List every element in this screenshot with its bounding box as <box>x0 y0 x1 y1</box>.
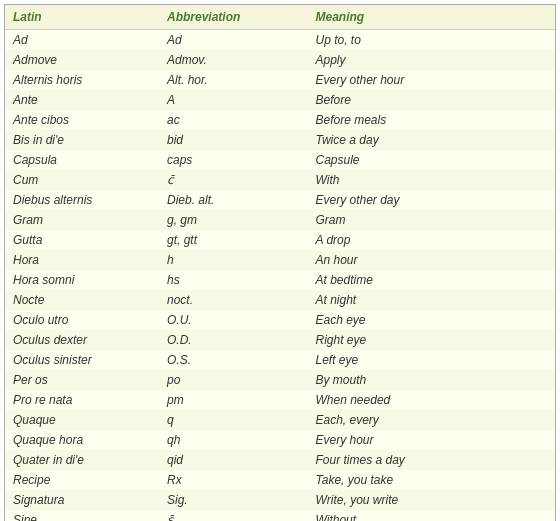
cell-r15-c0: Oculus dexter <box>5 330 159 350</box>
cell-r3-c0: Ante <box>5 90 159 110</box>
cell-r21-c1: qid <box>159 450 308 470</box>
cell-r0-c0: Ad <box>5 30 159 51</box>
cell-r6-c0: Capsula <box>5 150 159 170</box>
table-row: CapsulacapsCapsule <box>5 150 555 170</box>
table-row: QuaqueqEach, every <box>5 410 555 430</box>
cell-r10-c2: A drop <box>308 230 556 250</box>
header-abbreviation: Abbreviation <box>159 5 308 30</box>
cell-r0-c1: Ad <box>159 30 308 51</box>
table-row: Pro re natapmWhen needed <box>5 390 555 410</box>
cell-r15-c2: Right eye <box>308 330 556 350</box>
cell-r7-c0: Cum <box>5 170 159 190</box>
cell-r23-c1: Sig. <box>159 490 308 510</box>
table-row: AdmoveAdmov.Apply <box>5 50 555 70</box>
cell-r17-c2: By mouth <box>308 370 556 390</box>
cell-r8-c0: Diebus alternis <box>5 190 159 210</box>
cell-r5-c2: Twice a day <box>308 130 556 150</box>
cell-r10-c0: Gutta <box>5 230 159 250</box>
cell-r15-c1: O.D. <box>159 330 308 350</box>
cell-r16-c2: Left eye <box>308 350 556 370</box>
cell-r8-c1: Dieb. alt. <box>159 190 308 210</box>
cell-r19-c0: Quaque <box>5 410 159 430</box>
cell-r22-c2: Take, you take <box>308 470 556 490</box>
cell-r16-c1: O.S. <box>159 350 308 370</box>
cell-r7-c1: c̄ <box>159 170 308 190</box>
cell-r21-c0: Quater in di'e <box>5 450 159 470</box>
table-row: Gramg, gmGram <box>5 210 555 230</box>
cell-r21-c2: Four times a day <box>308 450 556 470</box>
cell-r14-c0: Oculo utro <box>5 310 159 330</box>
cell-r3-c2: Before <box>308 90 556 110</box>
cell-r9-c1: g, gm <box>159 210 308 230</box>
cell-r9-c2: Gram <box>308 210 556 230</box>
cell-r2-c2: Every other hour <box>308 70 556 90</box>
cell-r12-c1: hs <box>159 270 308 290</box>
cell-r6-c1: caps <box>159 150 308 170</box>
table-header-row: Latin Abbreviation Meaning <box>5 5 555 30</box>
cell-r18-c2: When needed <box>308 390 556 410</box>
cell-r1-c0: Admove <box>5 50 159 70</box>
cell-r19-c1: q <box>159 410 308 430</box>
cell-r19-c2: Each, every <box>308 410 556 430</box>
table-row: Quater in di'eqidFour times a day <box>5 450 555 470</box>
table-row: Sines̄Without <box>5 510 555 521</box>
table-row: Guttagt, gttA drop <box>5 230 555 250</box>
cell-r1-c2: Apply <box>308 50 556 70</box>
cell-r20-c1: qh <box>159 430 308 450</box>
cell-r1-c1: Admov. <box>159 50 308 70</box>
cell-r18-c1: pm <box>159 390 308 410</box>
header-latin: Latin <box>5 5 159 30</box>
main-table-container: Latin Abbreviation Meaning AdAdUp to, to… <box>4 4 556 521</box>
cell-r3-c1: A <box>159 90 308 110</box>
cell-r17-c1: po <box>159 370 308 390</box>
cell-r24-c1: s̄ <box>159 510 308 521</box>
table-row: HorahAn hour <box>5 250 555 270</box>
table-row: Quaque horaqhEvery hour <box>5 430 555 450</box>
cell-r0-c2: Up to, to <box>308 30 556 51</box>
cell-r4-c0: Ante cibos <box>5 110 159 130</box>
cell-r20-c2: Every hour <box>308 430 556 450</box>
cell-r17-c0: Per os <box>5 370 159 390</box>
cell-r2-c0: Alternis horis <box>5 70 159 90</box>
table-row: Noctenoct.At night <box>5 290 555 310</box>
cell-r11-c0: Hora <box>5 250 159 270</box>
table-row: Oculo utroO.U.Each eye <box>5 310 555 330</box>
cell-r2-c1: Alt. hor. <box>159 70 308 90</box>
cell-r8-c2: Every other day <box>308 190 556 210</box>
table-row: Bis in di'ebidTwice a day <box>5 130 555 150</box>
cell-r13-c2: At night <box>308 290 556 310</box>
cell-r18-c0: Pro re nata <box>5 390 159 410</box>
table-row: Hora somnihsAt bedtime <box>5 270 555 290</box>
cell-r22-c1: Rx <box>159 470 308 490</box>
cell-r23-c0: Signatura <box>5 490 159 510</box>
table-row: Oculus dexterO.D.Right eye <box>5 330 555 350</box>
table-row: RecipeRxTake, you take <box>5 470 555 490</box>
table-row: Alternis horisAlt. hor.Every other hour <box>5 70 555 90</box>
cell-r4-c2: Before meals <box>308 110 556 130</box>
cell-r22-c0: Recipe <box>5 470 159 490</box>
cell-r6-c2: Capsule <box>308 150 556 170</box>
table-row: Diebus alternisDieb. alt.Every other day <box>5 190 555 210</box>
cell-r12-c0: Hora somni <box>5 270 159 290</box>
table-row: Oculus sinisterO.S.Left eye <box>5 350 555 370</box>
latin-abbreviations-table: Latin Abbreviation Meaning AdAdUp to, to… <box>5 5 555 521</box>
cell-r10-c1: gt, gtt <box>159 230 308 250</box>
cell-r24-c2: Without <box>308 510 556 521</box>
table-row: SignaturaSig.Write, you write <box>5 490 555 510</box>
table-row: Ante cibosacBefore meals <box>5 110 555 130</box>
cell-r24-c0: Sine <box>5 510 159 521</box>
cell-r9-c0: Gram <box>5 210 159 230</box>
cell-r7-c2: With <box>308 170 556 190</box>
table-row: AnteABefore <box>5 90 555 110</box>
cell-r14-c2: Each eye <box>308 310 556 330</box>
cell-r13-c0: Nocte <box>5 290 159 310</box>
cell-r16-c0: Oculus sinister <box>5 350 159 370</box>
table-row: AdAdUp to, to <box>5 30 555 51</box>
cell-r11-c2: An hour <box>308 250 556 270</box>
cell-r14-c1: O.U. <box>159 310 308 330</box>
table-row: Per ospoBy mouth <box>5 370 555 390</box>
cell-r11-c1: h <box>159 250 308 270</box>
cell-r23-c2: Write, you write <box>308 490 556 510</box>
cell-r5-c1: bid <box>159 130 308 150</box>
cell-r12-c2: At bedtime <box>308 270 556 290</box>
